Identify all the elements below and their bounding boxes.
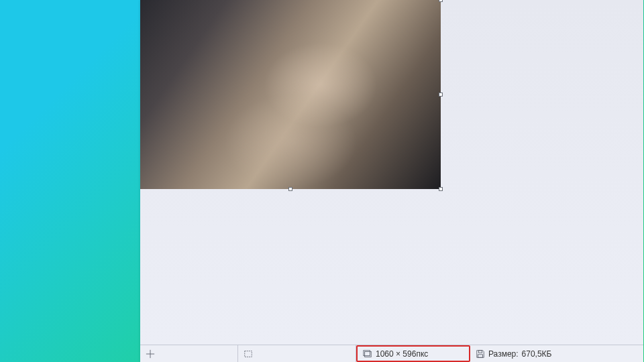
selection-icon xyxy=(244,349,253,359)
resize-handle-bottom-right[interactable] xyxy=(439,187,443,191)
svg-rect-5 xyxy=(478,350,482,353)
crosshair-icon xyxy=(146,349,155,359)
status-image-dimensions: 1060 × 596пкс xyxy=(356,345,470,362)
filesize-value: 670,5КБ xyxy=(522,349,552,359)
dimensions-text: 1060 × 596пкс xyxy=(376,349,428,359)
status-selection-size xyxy=(238,345,356,362)
disk-icon xyxy=(476,349,485,359)
svg-rect-2 xyxy=(245,351,252,357)
status-cursor-position xyxy=(140,345,238,362)
canvas-area[interactable] xyxy=(140,0,643,345)
paint-window: 1060 × 596пкс Размер: 670,5КБ xyxy=(140,0,643,362)
resize-handle-middle-right[interactable] xyxy=(439,93,443,97)
filesize-label: Размер: xyxy=(488,349,519,359)
canvas-image[interactable] xyxy=(140,0,441,189)
dimensions-icon xyxy=(363,349,372,359)
status-file-size: Размер: 670,5КБ xyxy=(470,345,643,362)
resize-handle-top-right[interactable] xyxy=(439,0,443,2)
svg-rect-6 xyxy=(478,354,483,357)
resize-handle-bottom-center[interactable] xyxy=(288,187,292,191)
status-bar: 1060 × 596пкс Размер: 670,5КБ xyxy=(140,345,643,362)
